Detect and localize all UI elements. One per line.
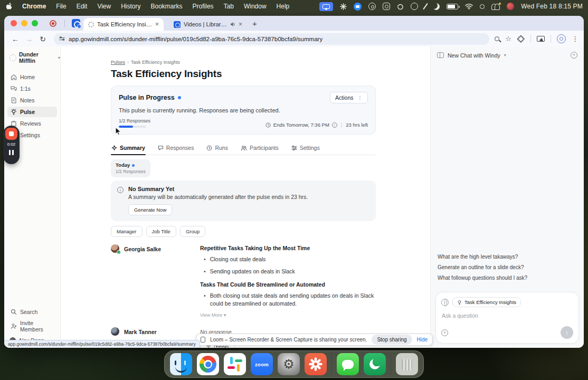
hide-link[interactable]: Hide [417, 337, 428, 343]
scope-globe-icon[interactable] [441, 299, 449, 306]
suggestion-takeaways[interactable]: What are the high level takaways? [438, 254, 577, 260]
live-dot-icon [178, 96, 181, 99]
close-window-button[interactable] [11, 20, 17, 26]
tab-task-efficiency-insights[interactable]: Task Efficiency Insights × [83, 18, 164, 31]
view-more-link[interactable]: View More ▾ [200, 312, 376, 318]
profile-avatar-icon[interactable] [557, 34, 566, 43]
menu-item-history[interactable]: History [121, 3, 140, 10]
find-in-page-icon[interactable] [495, 36, 499, 41]
url-text[interactable]: app.gowindmill.com/s/dunder-mifflin/puls… [69, 36, 323, 42]
menu-item-window[interactable]: Window [244, 3, 267, 10]
loom-status-icon[interactable] [368, 3, 376, 10]
dock-system-settings-icon[interactable]: ⚙ [278, 353, 300, 375]
menu-item-help[interactable]: Help [277, 3, 290, 10]
collapse-panel-icon[interactable] [437, 52, 444, 58]
zoom-status-icon[interactable] [354, 3, 362, 11]
browser-toolbar: ← → ↻ app.gowindmill.com/s/dunder-miffli… [4, 31, 584, 47]
tab-capture-icon[interactable] [537, 36, 545, 42]
tab-close-icon[interactable]: × [239, 21, 242, 27]
dock-trash-icon[interactable] [396, 353, 418, 375]
menu-item-bookmarks[interactable]: Bookmarks [151, 3, 183, 10]
dock-windy-icon[interactable] [364, 353, 386, 375]
reload-button[interactable]: ↻ [37, 35, 49, 43]
bookmark-star-icon[interactable]: ☆ [505, 35, 511, 43]
dock-zoom-icon[interactable]: zoom [251, 353, 273, 375]
menu-item-edit[interactable]: Edit [77, 3, 88, 10]
minimize-window-button[interactable] [21, 20, 27, 26]
pulse-status-card: Pulse in Progress Actions ⋮ This pulse i… [111, 86, 376, 135]
filter-group[interactable]: Group [180, 226, 205, 237]
wifi-icon[interactable] [465, 2, 473, 11]
pen-status-icon[interactable] [423, 3, 428, 10]
recording-indicator-icon[interactable] [50, 20, 56, 27]
profile-status-icon[interactable] [507, 3, 514, 10]
chevron-down-icon[interactable]: ▾ [504, 53, 506, 58]
today-run-chip[interactable]: Today 1/2 Responses [111, 159, 150, 177]
tab-runs[interactable]: Runs [206, 142, 229, 155]
menu-item-tab[interactable]: Tab [224, 3, 234, 10]
stop-sharing-button[interactable]: Stop sharing [372, 335, 412, 345]
dock-chrome-icon[interactable] [197, 353, 219, 375]
address-bar[interactable]: app.gowindmill.com/s/dunder-mifflin/puls… [54, 33, 489, 45]
extensions-icon[interactable] [517, 35, 525, 43]
tab-responses[interactable]: Responses [157, 142, 195, 155]
new-tab-button[interactable]: + [252, 19, 257, 28]
tab-loom-library[interactable]: Videos | Library | Loom × [169, 18, 247, 31]
chat-question-input[interactable] [441, 307, 573, 326]
screenshot-status-icon[interactable] [383, 3, 390, 10]
loom-extension-icon[interactable] [72, 19, 80, 27]
actions-button[interactable]: Actions ⋮ [330, 92, 368, 103]
menu-bar-clock[interactable]: Wed Feb 18 8:15 PM [521, 3, 583, 10]
generate-now-button[interactable]: Generate Now [128, 204, 172, 215]
tab-close-icon[interactable]: × [155, 21, 159, 27]
menu-item-profiles[interactable]: Profiles [193, 3, 214, 10]
stop-recording-button[interactable] [5, 128, 17, 140]
app-status-icon[interactable] [411, 3, 418, 10]
suggestion-slide-deck[interactable]: Generate an outline for a slide deck? [438, 264, 577, 270]
menu-item-view[interactable]: View [97, 3, 111, 10]
site-settings-icon[interactable] [59, 37, 65, 40]
sidebar-item-1-1s[interactable]: 1:1s [7, 83, 57, 94]
sparkle-status-icon[interactable] [340, 2, 347, 11]
tab-settings[interactable]: Settings [291, 142, 320, 155]
browser-menu-icon[interactable]: ⋮ [572, 35, 578, 43]
maximize-window-button[interactable] [32, 20, 38, 26]
tab-participants[interactable]: Participants [240, 142, 279, 155]
sidebar-item-notes[interactable]: Notes [7, 95, 57, 106]
spotlight-search-icon[interactable] [480, 2, 485, 11]
pause-recording-button[interactable] [9, 150, 14, 155]
back-button[interactable]: ← [10, 35, 21, 43]
sidebar-item-home[interactable]: Home [7, 72, 57, 82]
info-icon[interactable]: i [332, 122, 337, 128]
screen-sharing-indicator-icon[interactable] [319, 2, 333, 11]
new-chat-icon[interactable]: + [571, 52, 577, 59]
tab-label: Runs [215, 145, 228, 151]
filter-job-title[interactable]: Job Title [146, 226, 176, 237]
dock-messages-icon[interactable] [337, 353, 359, 375]
suggestion-followup[interactable]: What followup questions should I ask? [438, 275, 577, 281]
user-switch-icon[interactable] [491, 3, 500, 10]
attach-plus-icon[interactable]: + [441, 329, 448, 336]
dock-slack-icon[interactable] [224, 353, 246, 375]
menu-item-file[interactable]: File [56, 3, 66, 10]
restore-arrow-status-icon[interactable] [397, 2, 404, 11]
context-chip[interactable]: Task Efficiency Insights [452, 297, 521, 307]
send-button[interactable]: ↑ [561, 326, 573, 339]
apple-logo-icon[interactable] [5, 2, 12, 11]
dock-finder-icon[interactable] [170, 353, 192, 375]
sidebar-invite-members[interactable]: Invite Members [7, 318, 57, 335]
tab-audio-icon[interactable] [230, 22, 235, 27]
filter-manager[interactable]: Manager [111, 226, 143, 237]
battery-icon[interactable] [447, 4, 458, 10]
workspace-switcher[interactable]: Dunder Mifflin ▾ [10, 51, 60, 64]
breadcrumb-pulses-link[interactable]: Pulses [111, 60, 125, 65]
sidebar-search[interactable]: Search [7, 307, 57, 317]
tab-summary[interactable]: Summary [111, 142, 146, 155]
forward-button[interactable]: → [23, 35, 35, 43]
dock-loom-icon[interactable] [305, 353, 327, 375]
focus-moon-icon[interactable] [433, 3, 440, 10]
clock-icon [265, 122, 271, 128]
menu-app-name[interactable]: Chrome [22, 3, 46, 10]
avatar-georgia: ✓ [111, 244, 119, 253]
sidebar-item-pulse[interactable]: Pulse [7, 107, 57, 117]
